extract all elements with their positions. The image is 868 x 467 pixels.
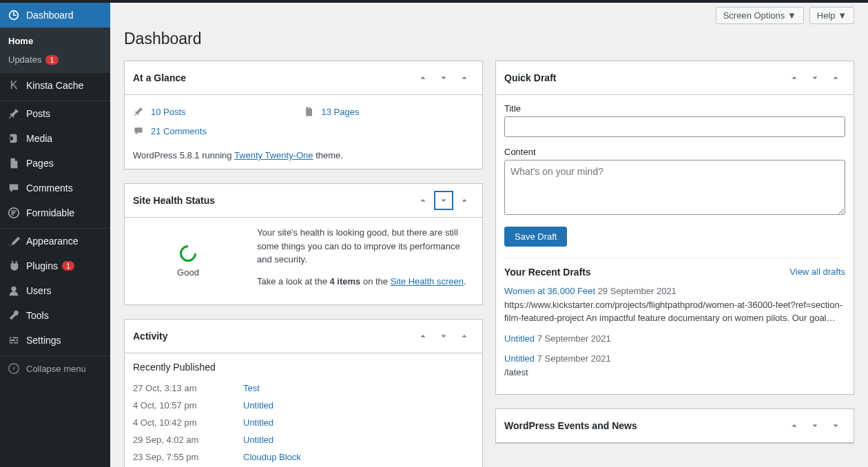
- wrench-icon: [7, 309, 21, 322]
- widget-title: Quick Draft: [504, 72, 556, 83]
- draft-title-link[interactable]: Untitled: [504, 353, 535, 364]
- widget-quick-draft: Quick Draft Title Content: [495, 61, 854, 395]
- draft-title-label: Title: [504, 103, 845, 114]
- widget-toggle-icon[interactable]: [826, 416, 845, 435]
- activity-post-link[interactable]: Cloudup Block: [243, 452, 301, 462]
- draft-date: 7 September 2021: [537, 333, 611, 344]
- draft-date: 29 September 2021: [598, 286, 676, 296]
- sidebar-item-collapse[interactable]: Collapse menu: [0, 356, 110, 381]
- formidable-icon: [7, 206, 21, 220]
- activity-date: 27 Oct, 3:13 am: [133, 383, 243, 393]
- pages-icon: [7, 156, 21, 170]
- activity-row: 4 Oct, 10:57 pmUntitled: [133, 397, 474, 414]
- draft-title-link[interactable]: Untitled: [504, 333, 535, 344]
- sidebar-item-appearance[interactable]: Appearance: [0, 229, 110, 253]
- brush-icon: [7, 234, 21, 248]
- pages-icon: [304, 106, 318, 117]
- health-gauge: Good: [133, 226, 243, 296]
- gauge-circle-icon: [176, 242, 200, 265]
- recent-drafts-heading: Your Recent Drafts: [504, 267, 591, 278]
- activity-date: 4 Oct, 10:57 pm: [133, 400, 243, 411]
- sidebar-item-settings[interactable]: Settings: [0, 328, 110, 353]
- draft-title-link[interactable]: Women at 36,000 Feet: [504, 286, 595, 296]
- activity-post-link[interactable]: Untitled: [243, 400, 273, 411]
- widget-up-icon[interactable]: [785, 416, 804, 435]
- widget-title: Activity: [133, 331, 168, 342]
- admin-topbar: [0, 0, 868, 3]
- submenu-item-updates[interactable]: Updates 1: [0, 50, 110, 69]
- updates-badge: 1: [45, 55, 58, 65]
- draft-item: Untitled 7 September 2021: [504, 332, 845, 346]
- comments-icon: [133, 125, 147, 136]
- widget-down-icon[interactable]: [434, 191, 453, 210]
- sidebar-label: Dashboard: [26, 10, 74, 21]
- dashboard-icon: [7, 8, 21, 22]
- activity-row: 29 Sep, 4:02 amUntitled: [133, 431, 474, 448]
- user-icon: [7, 284, 21, 298]
- kinsta-icon: K: [7, 79, 21, 92]
- glance-posts[interactable]: 10 Posts: [133, 103, 304, 120]
- sidebar-item-dashboard[interactable]: Dashboard: [0, 3, 110, 28]
- save-draft-button[interactable]: Save Draft: [504, 227, 567, 247]
- widget-events-news: WordPress Events and News: [495, 408, 854, 444]
- sidebar-item-media[interactable]: Media: [0, 126, 110, 151]
- draft-title-input[interactable]: [504, 116, 845, 137]
- sidebar-item-comments[interactable]: Comments: [0, 176, 110, 200]
- media-icon: [7, 132, 21, 145]
- draft-content-label: Content: [504, 147, 845, 157]
- activity-post-link[interactable]: Untitled: [243, 417, 273, 428]
- widget-up-icon[interactable]: [413, 191, 433, 210]
- widget-toggle-icon[interactable]: [826, 68, 845, 87]
- plugins-badge: 1: [62, 261, 74, 271]
- help-button[interactable]: Help ▼: [809, 7, 854, 24]
- sidebar-item-posts[interactable]: Posts: [0, 101, 110, 126]
- glance-footer: WordPress 5.8.1 running Twenty Twenty-On…: [133, 150, 474, 160]
- widget-title: WordPress Events and News: [504, 420, 637, 431]
- draft-item: Untitled 7 September 2021/latest: [504, 352, 845, 379]
- activity-published-heading: Recently Published: [133, 362, 474, 373]
- widget-down-icon[interactable]: [434, 326, 453, 346]
- main-content: Screen Options ▼ Help ▼ Dashboard At a G…: [110, 0, 868, 467]
- activity-post-link[interactable]: Untitled: [243, 435, 273, 445]
- draft-excerpt: https://www.kickstarter.com/projects/fli…: [504, 298, 845, 325]
- glance-comments[interactable]: 21 Comments: [133, 123, 304, 139]
- screen-options-button[interactable]: Screen Options ▼: [716, 7, 804, 24]
- collapse-icon: [7, 362, 21, 375]
- activity-date: 23 Sep, 7:55 pm: [133, 452, 243, 462]
- sidebar-item-kinsta[interactable]: K Kinsta Cache: [0, 73, 110, 98]
- sidebar-item-plugins[interactable]: Plugins 1: [0, 253, 110, 278]
- health-text-1: Your site's health is looking good, but …: [257, 226, 474, 267]
- plug-icon: [7, 259, 21, 273]
- site-health-link[interactable]: Site Health screen: [391, 276, 464, 287]
- sidebar-item-pages[interactable]: Pages: [0, 151, 110, 176]
- draft-content-textarea[interactable]: [504, 160, 845, 215]
- widget-down-icon[interactable]: [805, 68, 825, 87]
- admin-sidebar: Dashboard Home Updates 1 K Kinsta Cache …: [0, 0, 110, 467]
- widget-toggle-icon[interactable]: [455, 326, 474, 346]
- widget-activity: Activity Recently Published 27 Oct, 3:13…: [124, 319, 483, 467]
- activity-date: 4 Oct, 10:42 pm: [133, 417, 243, 428]
- submenu-item-home[interactable]: Home: [0, 32, 110, 50]
- sidebar-item-tools[interactable]: Tools: [0, 303, 110, 328]
- glance-pages[interactable]: 13 Pages: [304, 103, 475, 120]
- widget-toggle-icon[interactable]: [455, 68, 474, 87]
- widget-at-a-glance: At a Glance 10 Posts: [124, 61, 483, 169]
- widget-up-icon[interactable]: [413, 68, 433, 87]
- draft-excerpt: /latest: [504, 366, 845, 380]
- widget-toggle-icon[interactable]: [455, 191, 474, 210]
- widget-down-icon[interactable]: [434, 68, 453, 87]
- widget-title: Site Health Status: [133, 195, 215, 206]
- widget-up-icon[interactable]: [785, 68, 804, 87]
- view-all-drafts-link[interactable]: View all drafts: [789, 267, 845, 278]
- health-text-2: Take a look at the 4 items on the Site H…: [257, 275, 474, 289]
- sidebar-item-users[interactable]: Users: [0, 278, 110, 303]
- theme-link[interactable]: Twenty Twenty-One: [234, 150, 313, 160]
- activity-row: 4 Oct, 10:42 pmUntitled: [133, 414, 474, 431]
- activity-row: 27 Oct, 3:13 amTest: [133, 380, 474, 397]
- activity-post-link[interactable]: Test: [243, 383, 260, 393]
- sliders-icon: [7, 333, 21, 347]
- activity-date: 29 Sep, 4:02 am: [133, 435, 243, 445]
- widget-up-icon[interactable]: [413, 326, 433, 346]
- sidebar-item-formidable[interactable]: Formidable: [0, 200, 110, 225]
- widget-down-icon[interactable]: [805, 416, 825, 435]
